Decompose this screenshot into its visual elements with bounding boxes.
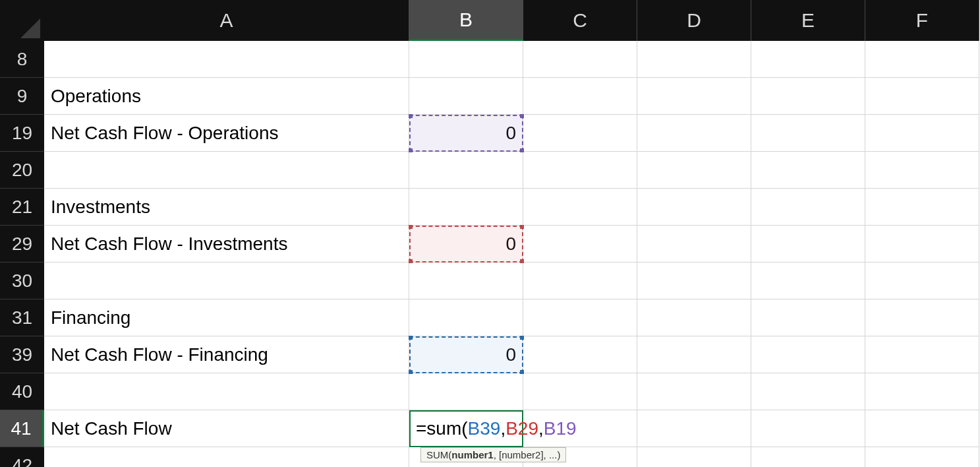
cell-a31[interactable]: Financing xyxy=(44,299,409,336)
cell-c31[interactable] xyxy=(523,299,637,336)
cell-f40[interactable] xyxy=(865,373,979,410)
grid-row-9: Operations xyxy=(44,78,980,115)
cell-b31[interactable] xyxy=(409,299,523,336)
row-header-39[interactable]: 39 xyxy=(0,336,44,373)
grid-row-20 xyxy=(44,152,980,189)
cell-a39[interactable]: Net Cash Flow - Financing xyxy=(44,336,409,373)
sheet-grid[interactable]: Operations Net Cash Flow - Operations 0 … xyxy=(44,41,980,467)
cell-d19[interactable] xyxy=(637,115,751,152)
cell-f42[interactable] xyxy=(865,447,979,467)
cell-a41[interactable]: Net Cash Flow xyxy=(44,410,409,447)
row-header-8[interactable]: 8 xyxy=(0,41,44,78)
column-header-e[interactable]: E xyxy=(751,0,865,41)
column-header-c[interactable]: C xyxy=(523,0,637,41)
grid-row-19: Net Cash Flow - Operations 0 xyxy=(44,115,980,152)
cell-b30[interactable] xyxy=(409,263,523,299)
row-header-41[interactable]: 41 xyxy=(0,410,44,447)
cell-b29[interactable]: 0 xyxy=(409,226,523,263)
cell-a29[interactable]: Net Cash Flow - Investments xyxy=(44,226,409,263)
cell-a9[interactable]: Operations xyxy=(44,78,409,115)
cell-f39[interactable] xyxy=(865,336,979,373)
cell-f21[interactable] xyxy=(865,189,979,226)
cell-f31[interactable] xyxy=(865,299,979,336)
cell-e21[interactable] xyxy=(751,189,865,226)
cell-e19[interactable] xyxy=(751,115,865,152)
row-header-31[interactable]: 31 xyxy=(0,299,44,336)
cell-e42[interactable] xyxy=(751,447,865,467)
cell-c29[interactable] xyxy=(523,226,637,263)
cell-b20[interactable] xyxy=(409,152,523,189)
cell-a20[interactable] xyxy=(44,152,409,189)
formula-sep2: , xyxy=(538,418,544,439)
cell-e31[interactable] xyxy=(751,299,865,336)
cell-b39[interactable]: 0 xyxy=(409,336,523,373)
cell-c39[interactable] xyxy=(523,336,637,373)
cell-d20[interactable] xyxy=(637,152,751,189)
row-header-29[interactable]: 29 xyxy=(0,226,44,263)
cell-b8[interactable] xyxy=(409,41,523,78)
cell-b40[interactable] xyxy=(409,373,523,410)
tooltip-arg1: number1 xyxy=(451,449,493,460)
cell-b21[interactable] xyxy=(409,189,523,226)
column-header-b[interactable]: B xyxy=(409,0,523,41)
cell-d42[interactable] xyxy=(637,447,751,467)
cell-e29[interactable] xyxy=(751,226,865,263)
column-header-a[interactable]: A xyxy=(44,0,409,41)
cell-e30[interactable] xyxy=(751,263,865,299)
cell-f8[interactable] xyxy=(865,41,979,78)
cell-e40[interactable] xyxy=(751,373,865,410)
cell-a30[interactable] xyxy=(44,263,409,299)
cell-d29[interactable] xyxy=(637,226,751,263)
cell-e20[interactable] xyxy=(751,152,865,189)
cell-f19[interactable] xyxy=(865,115,979,152)
row-header-9[interactable]: 9 xyxy=(0,78,44,115)
formula-ref-b39: B39 xyxy=(468,418,501,439)
cell-e8[interactable] xyxy=(751,41,865,78)
cell-f30[interactable] xyxy=(865,263,979,299)
column-header-d[interactable]: D xyxy=(637,0,751,41)
formula-input[interactable]: =sum(B39,B29,B19 xyxy=(416,418,577,439)
function-tooltip[interactable]: SUM(number1, [number2], ...) xyxy=(420,447,566,462)
cell-d9[interactable] xyxy=(637,78,751,115)
cell-f9[interactable] xyxy=(865,78,979,115)
row-header-21[interactable]: 21 xyxy=(0,189,44,226)
cell-f29[interactable] xyxy=(865,226,979,263)
cell-c30[interactable] xyxy=(523,263,637,299)
cell-a19[interactable]: Net Cash Flow - Operations xyxy=(44,115,409,152)
formula-ref-b29: B29 xyxy=(505,418,538,439)
cell-d31[interactable] xyxy=(637,299,751,336)
cell-d41[interactable] xyxy=(637,410,751,447)
column-header-f[interactable]: F xyxy=(865,0,979,41)
cell-d8[interactable] xyxy=(637,41,751,78)
grid-row-39: Net Cash Flow - Financing 0 xyxy=(44,336,980,373)
cell-f41[interactable] xyxy=(865,410,979,447)
cell-a42[interactable] xyxy=(44,447,409,467)
cell-c8[interactable] xyxy=(523,41,637,78)
cell-d39[interactable] xyxy=(637,336,751,373)
cell-d40[interactable] xyxy=(637,373,751,410)
cell-c21[interactable] xyxy=(523,189,637,226)
select-all-corner[interactable] xyxy=(0,0,44,41)
row-header-20[interactable]: 20 xyxy=(0,152,44,189)
cell-a8[interactable] xyxy=(44,41,409,78)
cell-c20[interactable] xyxy=(523,152,637,189)
cell-c9[interactable] xyxy=(523,78,637,115)
row-header-19[interactable]: 19 xyxy=(0,115,44,152)
cell-a21[interactable]: Investments xyxy=(44,189,409,226)
cell-b19[interactable]: 0 xyxy=(409,115,523,152)
cell-e39[interactable] xyxy=(751,336,865,373)
tooltip-rest: , [number2], ...) xyxy=(494,449,561,460)
cell-e9[interactable] xyxy=(751,78,865,115)
row-header-40[interactable]: 40 xyxy=(0,373,44,410)
cell-f20[interactable] xyxy=(865,152,979,189)
cell-d30[interactable] xyxy=(637,263,751,299)
cell-d21[interactable] xyxy=(637,189,751,226)
row-header-42[interactable]: 42 xyxy=(0,447,44,467)
cell-e41[interactable] xyxy=(751,410,865,447)
cell-a40[interactable] xyxy=(44,373,409,410)
cell-c19[interactable] xyxy=(523,115,637,152)
cell-b41-editing[interactable]: =sum(B39,B29,B19 xyxy=(409,410,523,447)
cell-b9[interactable] xyxy=(409,78,523,115)
row-header-30[interactable]: 30 xyxy=(0,263,44,299)
cell-c40[interactable] xyxy=(523,373,637,410)
